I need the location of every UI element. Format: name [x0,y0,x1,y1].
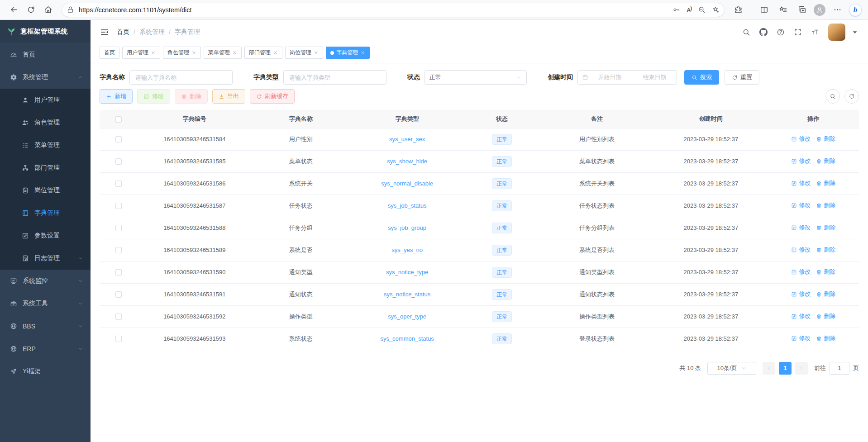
tab-用户管理[interactable]: 用户管理 [122,47,160,59]
tab-岗位管理[interactable]: 岗位管理 [285,47,323,59]
row-edit-link[interactable]: 修改 [791,246,811,254]
tab-close-icon[interactable] [232,50,237,55]
edit-button[interactable]: 修改 [137,89,170,104]
user-avatar[interactable] [828,24,845,41]
row-edit-link[interactable]: 修改 [791,179,811,187]
row-delete-link[interactable]: 删除 [816,223,835,232]
tab-close-icon[interactable] [191,50,196,55]
row-checkbox[interactable] [115,203,122,209]
tab-字典管理[interactable]: 字典管理 [326,47,370,59]
zoom-out-icon[interactable] [698,6,706,14]
date-range-picker[interactable]: 开始日期 - 结束日期 [577,70,677,85]
sidebar-item-用户管理[interactable]: 用户管理 [0,89,91,111]
breadcrumb-item[interactable]: 首页 [117,28,129,36]
dict-type-link[interactable]: sys_user_sex [389,136,425,143]
export-button[interactable]: 导出 [212,89,245,104]
row-checkbox[interactable] [115,314,122,320]
tab-角色管理[interactable]: 角色管理 [163,47,201,59]
show-search-toggle-button[interactable] [825,89,840,104]
dict-type-link[interactable]: sys_notice_status [384,291,430,298]
row-edit-link[interactable]: 修改 [791,334,811,342]
tab-close-icon[interactable] [360,50,365,55]
refresh-table-button[interactable] [844,89,859,104]
prev-page-button[interactable] [763,362,775,375]
row-edit-link[interactable]: 修改 [791,201,811,209]
browser-home-button[interactable] [41,3,55,17]
tab-菜单管理[interactable]: 菜单管理 [204,47,242,59]
split-screen-icon[interactable] [757,3,771,17]
tab-close-icon[interactable] [151,50,156,55]
extensions-icon[interactable] [731,3,745,17]
sidebar-item-字典管理[interactable]: 字典管理 [0,202,91,224]
browser-menu-icon[interactable] [830,3,844,17]
copilot-icon[interactable]: b [849,4,862,16]
dict-type-input[interactable] [283,70,386,85]
row-edit-link[interactable]: 修改 [791,290,811,298]
refresh-cache-button[interactable]: 刷新缓存 [250,89,295,104]
status-select[interactable]: 正常 [424,70,527,85]
help-icon[interactable] [777,28,785,36]
browser-profile-avatar[interactable] [814,4,825,16]
sidebar-item-系统管理[interactable]: 系统管理 [0,66,91,89]
row-delete-link[interactable]: 删除 [816,201,835,209]
sidebar-item-Yi框架[interactable]: Yi框架 [0,360,91,383]
sidebar-item-日志管理[interactable]: 日志管理 [0,247,91,270]
row-edit-link[interactable]: 修改 [791,312,811,320]
github-icon[interactable] [759,28,768,36]
user-menu-caret-icon[interactable] [851,28,859,36]
row-checkbox[interactable] [115,136,122,143]
row-delete-link[interactable]: 删除 [816,157,835,165]
row-delete-link[interactable]: 删除 [816,268,835,276]
row-checkbox[interactable] [115,225,122,231]
tab-close-icon[interactable] [314,50,319,55]
row-checkbox[interactable] [115,291,122,298]
dict-name-input[interactable] [129,70,233,85]
row-checkbox[interactable] [115,158,122,165]
sidebar-item-菜单管理[interactable]: 菜单管理 [0,134,91,157]
sidebar-item-BBS[interactable]: BBS [0,315,91,337]
fullscreen-icon[interactable] [794,28,802,36]
row-delete-link[interactable]: 删除 [816,290,835,298]
url-input[interactable] [79,6,669,14]
row-delete-link[interactable]: 删除 [816,246,835,254]
header-search-icon[interactable] [742,28,750,36]
add-button[interactable]: 新增 [100,89,133,104]
goto-page-input[interactable] [830,362,849,375]
row-delete-link[interactable]: 删除 [816,334,835,342]
password-key-icon[interactable] [672,6,680,14]
row-delete-link[interactable]: 删除 [816,179,835,187]
read-aloud-icon[interactable]: A) [687,5,692,14]
row-edit-link[interactable]: 修改 [791,157,811,165]
collections-icon[interactable] [795,3,809,17]
tab-close-icon[interactable] [273,50,278,55]
row-edit-link[interactable]: 修改 [791,268,811,276]
address-bar[interactable]: A) [62,3,725,17]
sidebar-item-系统工具[interactable]: 系统工具 [0,292,91,315]
row-delete-link[interactable]: 删除 [816,312,835,320]
dict-type-link[interactable]: sys_notice_type [386,269,428,276]
sidebar-item-ERP[interactable]: ERP [0,337,91,360]
next-page-button[interactable] [795,362,808,375]
dict-type-link[interactable]: sys_show_hide [387,158,427,165]
select-all-checkbox[interactable] [115,116,122,123]
dict-type-link[interactable]: sys_job_status [388,202,427,209]
row-delete-link[interactable]: 删除 [816,135,835,143]
row-edit-link[interactable]: 修改 [791,135,811,143]
row-checkbox[interactable] [115,181,122,187]
sidebar-item-岗位管理[interactable]: 岗位管理 [0,179,91,202]
favorites-bar-icon[interactable] [776,3,790,17]
sidebar-item-首页[interactable]: 首页 [0,43,91,66]
sidebar-item-参数设置[interactable]: 参数设置 [0,224,91,247]
browser-back-button[interactable] [6,3,21,17]
sidebar-item-系统监控[interactable]: 系统监控 [0,270,91,292]
sidebar-item-部门管理[interactable]: 部门管理 [0,157,91,179]
favorite-star-icon[interactable] [712,6,720,14]
search-button[interactable]: 搜索 [684,70,719,85]
row-checkbox[interactable] [115,269,122,276]
dict-type-link[interactable]: sys_common_status [380,335,434,342]
dict-type-link[interactable]: sys_oper_type [388,313,426,320]
current-page[interactable]: 1 [779,362,792,375]
dict-type-link[interactable]: sys_yes_no [391,247,423,253]
reset-button[interactable]: 重置 [725,70,759,85]
browser-refresh-button[interactable] [24,3,38,17]
